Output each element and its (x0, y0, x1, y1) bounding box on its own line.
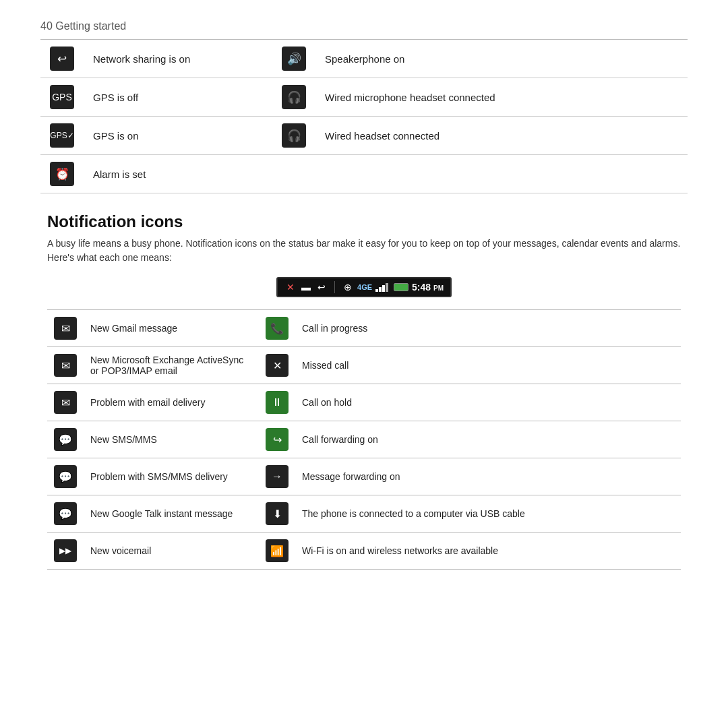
sb-missed-call-icon: ✕ (284, 281, 297, 293)
notif-icon-cell: ✕ (259, 347, 295, 384)
sms-icon: 💬 (54, 428, 77, 451)
sms-problem-icon: 💬 (54, 465, 77, 488)
sb-gps-icon: ⊕ (342, 281, 354, 293)
voicemail-icon: ▶▶ (54, 539, 77, 562)
status-label: Alarm is set (84, 155, 272, 193)
page-header: 40 Getting started (40, 20, 688, 32)
table-row: ↩ Network sharing is on 🔊 Speakerphone o… (40, 40, 688, 78)
notif-label: Missed call (295, 347, 681, 384)
call-in-progress-icon: 📞 (266, 317, 289, 340)
call-on-hold-icon: ⏸ (266, 391, 289, 414)
notif-label: New SMS/MMS (84, 421, 259, 458)
status-bar: ✕ ▬ ↩ ⊕ 4GE 5:48 PM (276, 277, 452, 297)
sb-notification-icons: ✕ ▬ ↩ (284, 281, 335, 293)
notification-section: Notification icons A busy life means a b… (40, 212, 688, 570)
status-label (315, 155, 688, 193)
gps-off-icon: GPS (50, 85, 74, 109)
notif-icon-cell: 📶 (259, 533, 295, 570)
notif-label: Call in progress (295, 310, 681, 347)
notif-label: Wi-Fi is on and wireless networks are av… (295, 533, 681, 570)
sb-signal-bars (375, 282, 390, 292)
alarm-icon: ⏰ (50, 162, 74, 186)
sb-network-icon: ↩ (315, 281, 328, 293)
notif-label: New Microsoft Exchange ActiveSync or POP… (84, 347, 259, 384)
message-forwarding-icon: → (266, 465, 289, 488)
call-forwarding-icon: ↪ (266, 428, 289, 451)
notif-icon-cell: ⬇ (259, 495, 295, 533)
status-icon: GPS (40, 78, 84, 117)
notif-label: The phone is connected to a computer via… (295, 495, 681, 533)
wired-headset-icon: 🎧 (282, 123, 306, 148)
notif-icon-cell: 📞 (259, 310, 295, 347)
notif-icon-cell: ⏸ (259, 384, 295, 421)
status-icons-table: ↩ Network sharing is on 🔊 Speakerphone o… (40, 40, 688, 193)
table-row: ⏰ Alarm is set (40, 155, 688, 193)
status-icon (272, 155, 315, 193)
status-icon: 🎧 (272, 117, 315, 155)
svg-rect-0 (375, 289, 378, 292)
speakerphone-icon: 🔊 (282, 47, 306, 71)
status-bar-mockup: ✕ ▬ ↩ ⊕ 4GE 5:48 PM (47, 277, 681, 297)
notification-icons-table: ✉ New Gmail message 📞 Call in progress ✉… (47, 309, 681, 570)
status-label: Wired headset connected (315, 117, 688, 155)
notif-icon-cell: ✉ (47, 310, 84, 347)
notification-description: A busy life means a busy phone. Notifica… (47, 237, 681, 265)
status-icon: 🎧 (272, 78, 315, 117)
svg-rect-3 (386, 283, 388, 292)
table-row: 💬 New SMS/MMS ↪ Call forwarding on (47, 421, 681, 458)
network-sharing-icon: ↩ (50, 47, 74, 71)
notif-label: New Google Talk instant message (84, 495, 259, 533)
table-row: 💬 Problem with SMS/MMS delivery → Messag… (47, 458, 681, 495)
sb-network-type: 4GE (357, 283, 372, 291)
gmail-icon: ✉ (54, 317, 77, 340)
notif-icon-cell: ✉ (47, 347, 84, 384)
table-row: ✉ New Gmail message 📞 Call in progress (47, 310, 681, 347)
status-label: Wired microphone headset connected (315, 78, 688, 117)
svg-rect-1 (379, 287, 382, 292)
notif-icon-cell: ▶▶ (47, 533, 84, 570)
gps-on-icon: GPS✓ (50, 123, 74, 148)
notif-label: New Gmail message (84, 310, 259, 347)
table-row: ▶▶ New voicemail 📶 Wi-Fi is on and wirel… (47, 533, 681, 570)
wired-mic-headset-icon: 🎧 (282, 85, 306, 109)
status-label: GPS is off (84, 78, 272, 117)
status-icon: ↩ (40, 40, 84, 78)
usb-icon: ⬇ (266, 502, 289, 525)
notif-icon-cell: → (259, 458, 295, 495)
table-row: ✉ New Microsoft Exchange ActiveSync or P… (47, 347, 681, 384)
notif-icon-cell: ↪ (259, 421, 295, 458)
sb-time: 5:48 PM (412, 282, 444, 293)
table-row: GPS✓ GPS is on 🎧 Wired headset connected (40, 117, 688, 155)
notif-icon-cell: 💬 (47, 421, 84, 458)
gtalk-icon: 💬 (54, 502, 77, 525)
sb-battery-icon (394, 283, 408, 291)
email-problem-icon: ✉ (54, 391, 77, 414)
notif-label: Problem with email delivery (84, 384, 259, 421)
exchange-email-icon: ✉ (54, 354, 77, 377)
notif-label: Problem with SMS/MMS delivery (84, 458, 259, 495)
svg-rect-2 (382, 285, 385, 292)
sb-sms-icon: ▬ (300, 281, 312, 293)
status-icon: ⏰ (40, 155, 84, 193)
sb-system-icons: ⊕ 4GE 5:48 PM (339, 281, 444, 293)
notif-icon-cell: 💬 (47, 495, 84, 533)
wifi-icon: 📶 (266, 539, 289, 562)
status-icon: 🔊 (272, 40, 315, 78)
status-label: Speakerphone on (315, 40, 688, 78)
missed-call-icon: ✕ (266, 354, 289, 377)
table-row: GPS GPS is off 🎧 Wired microphone headse… (40, 78, 688, 117)
notif-icon-cell: ✉ (47, 384, 84, 421)
notif-label: Call on hold (295, 384, 681, 421)
notif-label: Call forwarding on (295, 421, 681, 458)
status-label: Network sharing is on (84, 40, 272, 78)
notification-title: Notification icons (47, 212, 681, 231)
status-icon: GPS✓ (40, 117, 84, 155)
status-label: GPS is on (84, 117, 272, 155)
table-row: ✉ Problem with email delivery ⏸ Call on … (47, 384, 681, 421)
notif-label: New voicemail (84, 533, 259, 570)
table-row: 💬 New Google Talk instant message ⬇ The … (47, 495, 681, 533)
notif-label: Message forwarding on (295, 458, 681, 495)
notif-icon-cell: 💬 (47, 458, 84, 495)
